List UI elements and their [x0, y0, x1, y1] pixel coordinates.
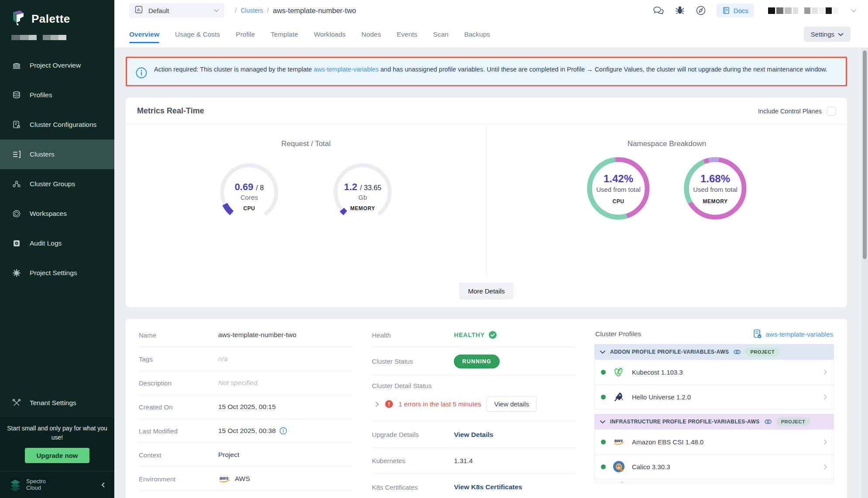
collapse-sidebar-icon[interactable] [100, 481, 106, 488]
audit-logs-icon [11, 239, 22, 248]
docs-button[interactable]: Docs [717, 3, 754, 17]
settings-button[interactable]: Settings [804, 27, 851, 42]
tab-overview[interactable]: Overview [129, 21, 159, 48]
detail-row-context: Context Project [139, 443, 353, 467]
chevron-right-icon[interactable] [374, 401, 380, 407]
chat-icon[interactable] [653, 6, 664, 15]
footer-brand-line1: Spectro [26, 478, 46, 485]
detail-row-name: Name aws-template-number-two [139, 323, 353, 347]
profile-item-partial [594, 479, 834, 483]
tab-nodes[interactable]: Nodes [361, 21, 381, 48]
brand-name: Palette [31, 12, 70, 26]
redacted-plan-info [0, 28, 114, 43]
sidebar-item-cluster-groups[interactable]: Cluster Groups [0, 169, 114, 199]
request-total-title: Request / Total [126, 140, 486, 148]
detail-row-created-on: Created On 15 Oct 2025, 00:15 [139, 395, 353, 419]
link-icon [733, 349, 741, 355]
template-link[interactable]: aws-template-variables [753, 329, 833, 339]
tab-usage-costs[interactable]: Usage & Costs [175, 21, 220, 48]
sidebar-item-project-overview[interactable]: Project Overview [0, 51, 114, 80]
project-badge: PROJECT [776, 417, 810, 426]
sidebar-item-label: Cluster Configurations [30, 121, 96, 129]
error-count-text: 1 errors in the last 5 minutes [398, 400, 481, 408]
info-icon [136, 67, 147, 78]
sidebar-item-label: Workspaces [30, 210, 67, 218]
profile-item-kubecost[interactable]: Kubecost 1.103.3 [594, 360, 834, 385]
include-control-planes-checkbox[interactable] [827, 107, 836, 116]
sidebar-item-tenant-settings[interactable]: Tenant Settings [0, 389, 114, 417]
chevron-down-icon[interactable] [851, 9, 857, 13]
tab-workloads[interactable]: Workloads [314, 21, 346, 48]
project-badge: PROJECT [745, 348, 779, 356]
alert-template-link[interactable]: aws-template-variables [314, 66, 379, 73]
infrastructure-profile-group-header[interactable]: INFRASTRUCTURE PROFILE PROFILE-VARIABLES… [594, 414, 834, 430]
tab-template[interactable]: Template [271, 21, 298, 48]
metrics-title: Metrics Real-Time [137, 106, 204, 116]
palette-logo: Palette [0, 0, 114, 28]
bug-icon[interactable] [675, 5, 685, 16]
cluster-profiles-title: Cluster Profiles [595, 330, 641, 338]
health-status: HEALTHY [454, 331, 497, 339]
upgrade-now-button[interactable]: Upgrade now [25, 448, 89, 463]
alert-text: Action required: This cluster is managed… [154, 65, 827, 75]
addon-profile-group-header[interactable]: ADDON PROFILE PROFILE-VARIABLES-AWS PROJ… [594, 344, 834, 360]
bar-chart-icon [134, 5, 143, 16]
redacted-user-name[interactable] [768, 7, 838, 14]
error-icon [385, 400, 393, 408]
sidebar: Palette Project Overview Profiles [0, 0, 114, 498]
sidebar-item-label: Cluster Groups [30, 180, 75, 188]
chevron-right-icon [823, 369, 827, 375]
detail-row-description: Description Not specified. [139, 371, 353, 395]
namespace-breakdown-title: Namespace Breakdown [487, 140, 847, 148]
breadcrumb: / Clusters / aws-template-number-two [235, 7, 356, 15]
k8s-certificates-row: K8s Certificates View K8s Certificates [372, 474, 575, 498]
info-icon[interactable] [279, 427, 287, 435]
scrollbar-thumb[interactable] [863, 51, 867, 259]
sidebar-item-clusters[interactable]: Clusters [0, 140, 114, 169]
cpu-namespace-donut: 1.42% Used from total CPU [582, 152, 655, 225]
view-k8s-certificates-link[interactable]: View K8s Certificates [454, 483, 522, 491]
kubernetes-row: Kubernetes 1.31.4 [372, 448, 575, 474]
template-icon [753, 329, 762, 339]
breadcrumb-current: aws-template-number-two [273, 7, 356, 15]
detail-row-last-modified: Last Modified 15 Oct 2025, 00:38 [139, 419, 353, 443]
breadcrumb-clusters-link[interactable]: Clusters [240, 7, 263, 14]
profile-item-hello-universe[interactable]: Hello Universe 1.2.0 [594, 385, 834, 409]
cluster-detail-status-block: Cluster Detail Status 1 errors in the la… [372, 376, 575, 422]
hello-universe-icon [613, 392, 625, 402]
promo-message: Start small and only pay for what you us… [5, 424, 109, 443]
more-details-button[interactable]: More Details [459, 283, 513, 300]
sidebar-item-label: Project Settings [30, 269, 77, 277]
gear-icon [11, 268, 22, 278]
memory-gauge: 1.2 / 33.65 Gb MEMORY [330, 160, 395, 225]
profiles-icon [11, 90, 22, 100]
aws-icon: aws [218, 474, 231, 483]
sidebar-item-workspaces[interactable]: Workspaces [0, 199, 114, 229]
detail-row-tags: Tags n/a [139, 347, 353, 371]
sidebar-item-label: Profiles [30, 91, 52, 99]
upgrade-promo: Start small and only pay for what you us… [0, 417, 114, 471]
profile-item-calico[interactable]: Calico 3.30.3 [594, 454, 834, 479]
tab-profile[interactable]: Profile [236, 21, 255, 48]
vertical-scrollbar[interactable] [861, 48, 868, 498]
sidebar-item-profiles[interactable]: Profiles [0, 80, 114, 110]
view-details-button[interactable]: View details [486, 396, 537, 412]
main-content: Action required: This cluster is managed… [114, 48, 868, 498]
chevron-right-icon [823, 464, 827, 470]
profile-item-amazon-ebs-csi[interactable]: aws Amazon EBS CSI 1.48.0 [594, 430, 834, 454]
calico-icon [613, 460, 625, 473]
docs-label: Docs [734, 7, 748, 14]
upgrade-view-details-link[interactable]: View Details [454, 431, 493, 439]
project-selector[interactable]: Default [129, 3, 224, 18]
compass-icon[interactable] [696, 5, 706, 16]
tab-scan[interactable]: Scan [433, 21, 448, 48]
sidebar-item-cluster-configurations[interactable]: Cluster Configurations [0, 110, 114, 140]
project-selector-value: Default [148, 7, 209, 14]
sidebar-item-audit-logs[interactable]: Audit Logs [0, 229, 114, 258]
tab-backups[interactable]: Backups [464, 21, 490, 48]
sidebar-item-project-settings[interactable]: Project Settings [0, 258, 114, 288]
sidebar-item-label: Audit Logs [30, 239, 62, 247]
svg-text:aws: aws [220, 475, 229, 481]
cluster-groups-icon [11, 179, 22, 189]
tab-events[interactable]: Events [397, 21, 417, 48]
